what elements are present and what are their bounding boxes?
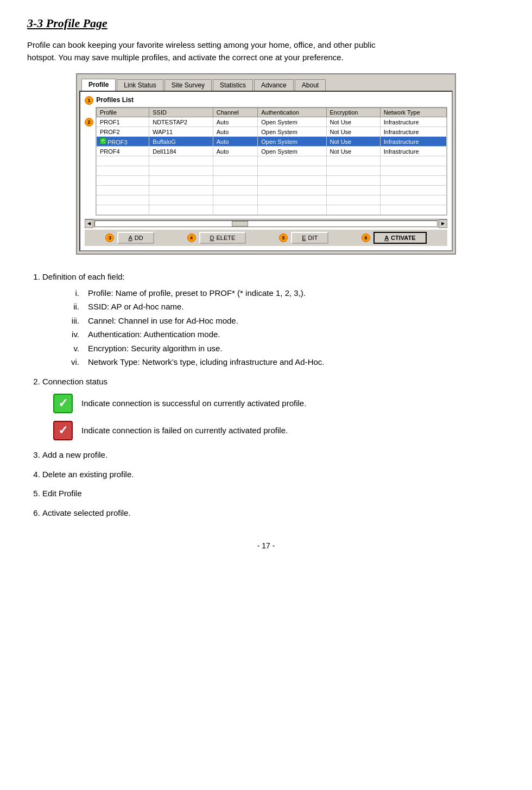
main-list: Definition of each field: i.Profile: Nam… (27, 270, 505, 520)
page-number: - 17 - (27, 541, 505, 550)
cell-0-2: BuffaloG (149, 137, 213, 147)
col-auth: Authentication (258, 108, 326, 117)
scroll-track[interactable] (94, 220, 438, 227)
field-item-2: iii.Cannel: Channel in use for Ad-Hoc mo… (64, 314, 505, 328)
field-item-1: ii.SSID: AP or Ad-hoc name. (64, 300, 505, 314)
cell-profile-3: PROF4 (97, 147, 149, 156)
badge-1: 1 (85, 96, 93, 105)
col-channel: Channel (213, 108, 257, 117)
field-item-4: v.Encryption: Security algorithm in use. (64, 342, 505, 356)
status-text-1: Indicate connection is failed on current… (81, 424, 288, 438)
col-nettype: Network Type (380, 108, 446, 117)
badge-5: 5 (279, 233, 288, 242)
list-item-4: Delete an existing profile. (42, 467, 505, 482)
tab-advance[interactable]: Advance (254, 79, 294, 91)
green-check-icon: ✓ (53, 394, 73, 413)
status-icons-section: ✓Indicate connection is successful on cu… (53, 394, 505, 440)
field-item-5: vi.Network Type: Network’s type, icludin… (64, 355, 505, 369)
list-item-3: Add a new profile. (42, 448, 505, 462)
button-row: 3 ADD 4 DELETE 5 EDIT 6 ACTIVAT (85, 230, 447, 246)
cell-1-1: Auto (213, 127, 257, 137)
cell-2-0: Open System (258, 117, 326, 127)
list-item-5: Edit Profile (42, 486, 505, 501)
profiles-table: Profile SSID Channel Authentication Encr… (96, 108, 447, 215)
cell-3-3: Not Use (326, 147, 380, 156)
cell-1-0: Auto (213, 117, 257, 127)
tab-link-status[interactable]: Link Status (117, 79, 163, 91)
cell-0-3: Dell1184 (149, 147, 213, 156)
cell-4-3: Infrastructure (380, 147, 446, 156)
delete-button[interactable]: DELETE (199, 232, 246, 244)
profiles-table-wrapper: Profile SSID Channel Authentication Encr… (96, 107, 447, 216)
field-item-3: iv.Authentication: Authentication mode. (64, 327, 505, 342)
tab-site-survey[interactable]: Site Survey (164, 79, 212, 91)
edit-button[interactable]: EDIT (291, 232, 328, 244)
cell-4-2: Infrastructure (380, 137, 446, 147)
list-item-2: Connection status ✓Indicate connection i… (42, 375, 505, 441)
status-icon-row-0: ✓Indicate connection is successful on cu… (53, 394, 505, 413)
col-enc: Encryption (326, 108, 380, 117)
cell-4-0: Infrastructure (380, 117, 446, 127)
list-item-6: Activate selected profile. (42, 506, 505, 520)
intro-paragraph: Profile can book keeping your favorite w… (27, 39, 505, 64)
col-ssid: SSID (149, 108, 213, 117)
ui-screenshot: Profile Link Status Site Survey Statisti… (76, 73, 456, 255)
field-item-0: i.Profile: Name of profile, preset to PR… (64, 286, 505, 300)
tab-bar: Profile Link Status Site Survey Statisti… (79, 77, 453, 91)
status-icon-row-1: ✓Indicate connection is failed on curren… (53, 421, 505, 440)
col-profile: Profile (97, 108, 149, 117)
add-button[interactable]: ADD (117, 232, 154, 244)
cell-profile-1: PROF2 (97, 127, 149, 137)
tab-profile[interactable]: Profile (81, 79, 116, 91)
cell-profile-2: ✓PROF3 (97, 137, 149, 147)
badge-2: 2 (85, 118, 93, 127)
cell-2-1: Open System (258, 127, 326, 137)
scroll-right-btn[interactable]: ▶ (439, 219, 447, 228)
list-item-1: Definition of each field: i.Profile: Nam… (42, 270, 505, 369)
cell-2-2: Open System (258, 137, 326, 147)
activate-button[interactable]: ACTIVATE (373, 232, 426, 244)
cell-1-2: Auto (213, 137, 257, 147)
cell-1-3: Auto (213, 147, 257, 156)
scroll-thumb[interactable] (232, 221, 248, 226)
fields-list: i.Profile: Name of profile, preset to PR… (42, 286, 505, 369)
scrollbar[interactable]: ◀ ▶ (85, 219, 447, 227)
tab-statistics[interactable]: Statistics (213, 79, 253, 91)
scroll-left-btn[interactable]: ◀ (85, 219, 93, 228)
cell-0-0: NDTESTAP2 (149, 117, 213, 127)
cell-profile-0: PROF1 (97, 117, 149, 127)
cell-3-1: Not Use (326, 127, 380, 137)
badge-4: 4 (187, 233, 196, 242)
red-check-icon: ✓ (53, 421, 73, 440)
cell-4-1: Infrastructure (380, 127, 446, 137)
badge-6: 6 (362, 233, 370, 242)
ui-content-area: 1 Profiles List 2 Profile SSID Channel A… (79, 91, 453, 251)
profiles-list-header: 1 Profiles List (85, 96, 447, 105)
status-text-0: Indicate connection is successful on cur… (81, 396, 306, 410)
cell-3-0: Not Use (326, 117, 380, 127)
cell-3-2: Not Use (326, 137, 380, 147)
tab-about[interactable]: About (295, 79, 326, 91)
cell-2-3: Open System (258, 147, 326, 156)
cell-0-1: WAP11 (149, 127, 213, 137)
page-title: 3-3 Profile Page (27, 16, 505, 30)
badge-3: 3 (105, 233, 114, 242)
